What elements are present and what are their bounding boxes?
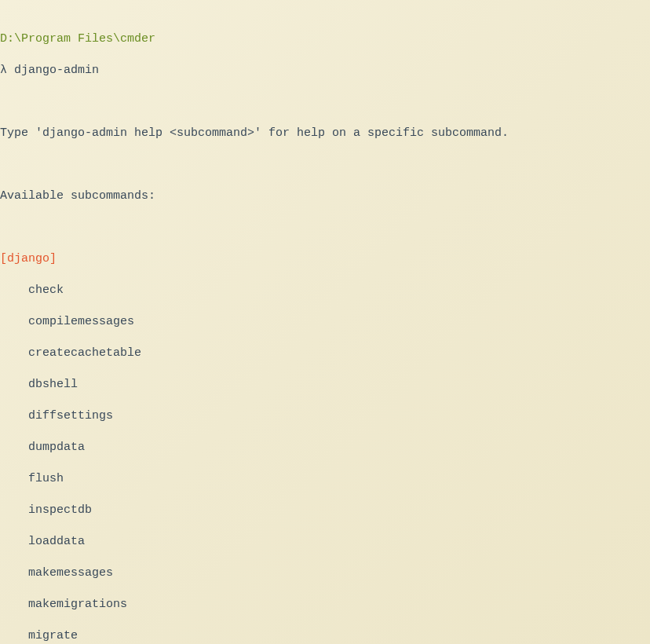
terminal-output[interactable]: D:\Program Files\cmder λ django-admin Ty… (0, 16, 650, 644)
command-input: django-admin (14, 64, 99, 77)
subcommand-item: migrate (0, 628, 650, 644)
subcommand-item: dumpdata (0, 440, 650, 456)
subcommand-item: inspectdb (0, 503, 650, 518)
subcommand-item: flush (0, 471, 650, 487)
subcommand-item: diffsettings (0, 408, 650, 424)
section-header: [django] (0, 251, 650, 267)
subcommand-item: createcachetable (0, 346, 650, 361)
help-text: Type 'django-admin help <subcommand>' fo… (0, 126, 650, 141)
subcommand-item: makemessages (0, 565, 650, 581)
subcommand-item: makemigrations (0, 597, 650, 613)
subcommand-item: loaddata (0, 534, 650, 550)
subcommand-item: check (0, 283, 650, 298)
subcommand-item: compilemessages (0, 314, 650, 330)
subcommand-item: dbshell (0, 377, 650, 393)
prompt-path: D:\Program Files\cmder (0, 32, 155, 46)
prompt-symbol: λ (0, 64, 7, 77)
available-label: Available subcommands: (0, 188, 650, 204)
